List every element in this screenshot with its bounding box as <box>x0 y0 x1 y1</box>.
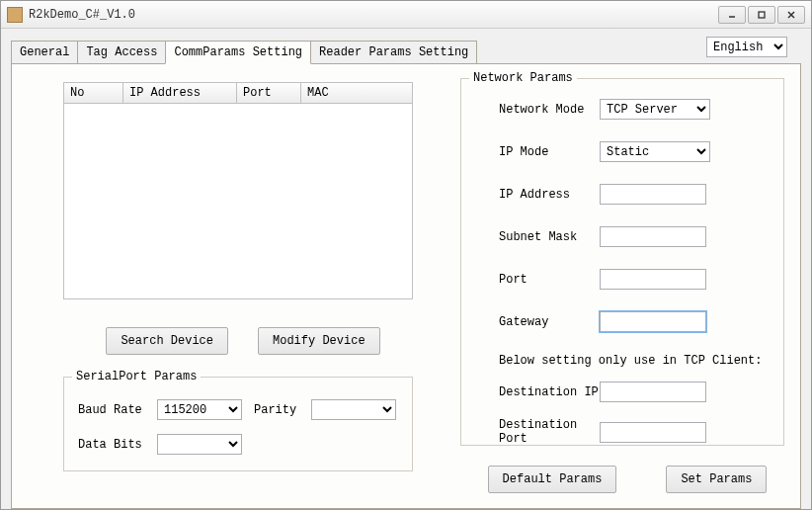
parity-label: Parity <box>254 403 305 417</box>
dest-ip-input[interactable] <box>600 382 706 402</box>
main-window: R2kDemo_C#_V1.0 English General Tag Acce… <box>0 0 812 510</box>
grid-header-no[interactable]: No <box>64 83 123 103</box>
port-input[interactable] <box>600 269 706 290</box>
grid-header-port[interactable]: Port <box>237 83 301 103</box>
window-controls <box>718 6 805 24</box>
tab-reader-params[interactable]: Reader Params Setting <box>310 41 477 64</box>
ip-mode-label: IP Mode <box>475 145 600 159</box>
network-fieldset: Network Params Network Mode TCP Server I… <box>460 78 784 446</box>
dest-port-label: Destination Port <box>475 418 600 446</box>
tab-general[interactable]: General <box>11 41 78 64</box>
left-column: No IP Address Port MAC Search Device Mod… <box>63 82 413 471</box>
language-select[interactable]: English <box>706 37 787 57</box>
device-buttons: Search Device Modify Device <box>63 327 413 355</box>
tab-bar: General Tag Access CommParams Setting Re… <box>11 41 801 64</box>
dest-ip-label: Destination IP <box>475 385 600 399</box>
content-area: English General Tag Access CommParams Se… <box>1 29 811 509</box>
svg-rect-1 <box>759 12 765 18</box>
baud-rate-select[interactable]: 115200 <box>157 399 242 420</box>
network-mode-select[interactable]: TCP Server <box>600 99 710 120</box>
parity-select[interactable] <box>311 399 396 420</box>
device-grid[interactable]: No IP Address Port MAC <box>63 82 413 299</box>
tab-comm-params[interactable]: CommParams Setting <box>165 41 311 64</box>
grid-header: No IP Address Port MAC <box>64 83 412 104</box>
dest-port-input[interactable] <box>600 422 706 443</box>
tab-panel: No IP Address Port MAC Search Device Mod… <box>11 64 801 509</box>
data-bits-label: Data Bits <box>78 438 151 452</box>
data-bits-select[interactable] <box>157 434 242 455</box>
ip-address-input[interactable] <box>600 184 706 205</box>
maximize-button[interactable] <box>748 6 775 24</box>
network-mode-label: Network Mode <box>475 103 600 117</box>
gateway-label: Gateway <box>475 315 600 329</box>
tcp-client-note: Below setting only use in TCP Client: <box>499 354 770 368</box>
language-selector-wrap: English <box>706 37 787 57</box>
param-buttons: Default Params Set Params <box>460 466 784 493</box>
set-params-button[interactable]: Set Params <box>666 466 767 493</box>
serialport-legend: SerialPort Params <box>72 370 201 383</box>
close-button[interactable] <box>777 6 805 24</box>
default-params-button[interactable]: Default Params <box>488 466 617 493</box>
ip-address-label: IP Address <box>475 188 600 202</box>
gateway-input[interactable] <box>600 311 706 332</box>
modify-device-button[interactable]: Modify Device <box>258 327 380 355</box>
subnet-mask-label: Subnet Mask <box>475 230 600 244</box>
right-column: Network Params Network Mode TCP Server I… <box>460 78 784 493</box>
network-legend: Network Params <box>469 71 577 85</box>
titlebar: R2kDemo_C#_V1.0 <box>1 1 811 29</box>
grid-header-mac[interactable]: MAC <box>301 83 412 103</box>
window-title: R2kDemo_C#_V1.0 <box>29 8 718 22</box>
serialport-fieldset: SerialPort Params Baud Rate 115200 Parit… <box>63 377 413 471</box>
port-label: Port <box>475 273 600 287</box>
tab-tag-access[interactable]: Tag Access <box>77 41 166 64</box>
baud-rate-label: Baud Rate <box>78 403 151 417</box>
search-device-button[interactable]: Search Device <box>106 327 228 355</box>
app-icon <box>7 7 23 23</box>
subnet-mask-input[interactable] <box>600 226 706 247</box>
grid-header-ip[interactable]: IP Address <box>123 83 237 103</box>
ip-mode-select[interactable]: Static <box>600 141 710 162</box>
minimize-button[interactable] <box>718 6 746 24</box>
